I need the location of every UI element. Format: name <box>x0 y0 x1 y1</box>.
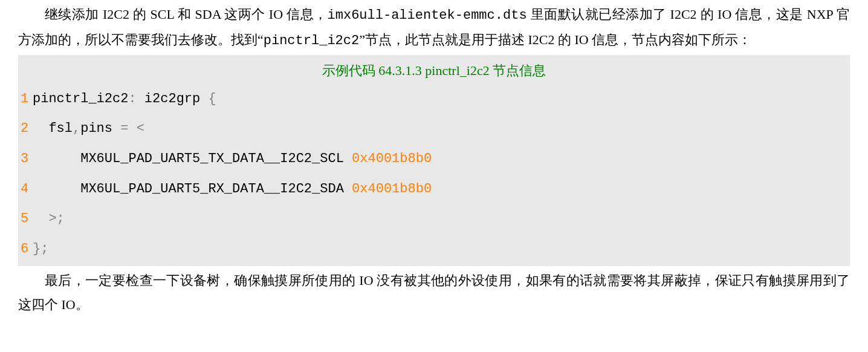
code-content: }; <box>33 237 48 261</box>
line-num: 1 <box>18 87 33 111</box>
paragraph-1: 继续添加 I2C2 的 SCL 和 SDA 这两个 IO 信息，imx6ull-… <box>18 2 850 53</box>
code-content: fsl,pins = < <box>33 117 144 141</box>
line-num: 6 <box>18 237 33 261</box>
code-content: MX6UL_PAD_UART5_RX_DATA__I2C2_SDA 0x4001… <box>33 177 432 201</box>
code-content: MX6UL_PAD_UART5_TX_DATA__I2C2_SCL 0x4001… <box>33 147 432 171</box>
para1-prefix: 继续添加 I2C2 的 SCL 和 SDA 这两个 IO 信息， <box>45 7 328 22</box>
code-line-5: 5 >; <box>18 204 850 234</box>
para1-mono2: pinctrl_i2c2 <box>264 33 359 48</box>
code-block: 示例代码 64.3.1.3 pinctrl_i2c2 节点信息 1 pinctr… <box>18 55 850 266</box>
code-title: 示例代码 64.3.1.3 pinctrl_i2c2 节点信息 <box>18 57 850 84</box>
quote-close: ” <box>359 32 365 47</box>
para1-end: 节点，此节点就是用于描述 I2C2 的 IO 信息，节点内容如下所示： <box>365 32 751 47</box>
code-content: pinctrl_i2c2: i2c2grp { <box>33 87 216 111</box>
code-line-1: 1 pinctrl_i2c2: i2c2grp { <box>18 84 850 114</box>
paragraph-2: 最后，一定要检查一下设备树，确保触摸屏所使用的 IO 没有被其他的外设使用，如果… <box>18 269 850 316</box>
code-content: >; <box>33 207 65 231</box>
line-num: 4 <box>18 177 33 201</box>
code-line-2: 2 fsl,pins = < <box>18 114 850 144</box>
quote-open: “ <box>257 32 264 47</box>
code-line-3: 3 MX6UL_PAD_UART5_TX_DATA__I2C2_SCL 0x40… <box>18 144 850 174</box>
line-num: 3 <box>18 147 33 171</box>
line-num: 2 <box>18 117 33 141</box>
para1-mono1: imx6ull-alientek-emmc.dts <box>328 8 527 23</box>
line-num: 5 <box>18 207 33 231</box>
code-line-6: 6 }; <box>18 234 850 264</box>
code-line-4: 4 MX6UL_PAD_UART5_RX_DATA__I2C2_SDA 0x40… <box>18 174 850 204</box>
